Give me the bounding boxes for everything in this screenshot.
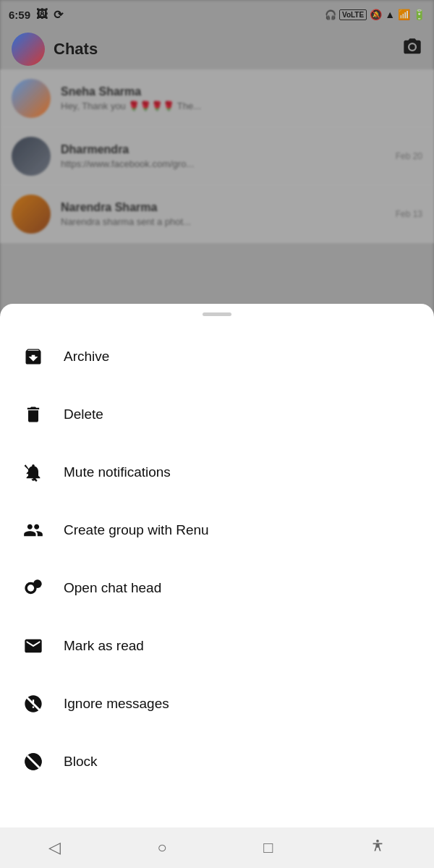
archive-icon xyxy=(20,344,46,370)
mark-read-icon xyxy=(20,633,46,659)
ignore-messages-label: Ignore messages xyxy=(64,696,169,712)
delete-label: Delete xyxy=(64,407,103,422)
menu-item-ignore-messages[interactable]: Ignore messages xyxy=(0,675,434,733)
open-chat-head-label: Open chat head xyxy=(64,580,161,596)
mark-as-read-label: Mark as read xyxy=(64,638,144,654)
menu-item-open-chat-head[interactable]: Open chat head xyxy=(0,559,434,617)
menu-item-delete[interactable]: Delete xyxy=(0,386,434,443)
archive-label: Archive xyxy=(64,349,109,365)
drag-handle[interactable] xyxy=(203,312,231,316)
menu-item-mute[interactable]: Mute notifications xyxy=(0,443,434,501)
mute-label: Mute notifications xyxy=(64,464,171,480)
bottom-sheet: Archive Delete Mute notifications xyxy=(0,304,434,868)
mute-notifications-icon xyxy=(20,459,46,485)
chat-head-icon xyxy=(20,575,46,601)
back-button[interactable]: ◁ xyxy=(31,833,78,863)
menu-list: Archive Delete Mute notifications xyxy=(0,322,434,868)
recents-button[interactable]: □ xyxy=(246,833,290,863)
menu-item-archive[interactable]: Archive xyxy=(0,328,434,386)
block-label: Block xyxy=(64,754,97,770)
block-icon xyxy=(20,749,46,775)
delete-icon xyxy=(20,401,46,427)
ignore-icon xyxy=(20,691,46,717)
home-button[interactable]: ○ xyxy=(140,833,184,863)
accessibility-button[interactable] xyxy=(352,833,403,864)
menu-item-mark-as-read[interactable]: Mark as read xyxy=(0,617,434,675)
svg-point-2 xyxy=(27,584,34,591)
menu-item-block[interactable]: Block xyxy=(0,733,434,791)
create-group-label: Create group with Renu xyxy=(64,522,209,538)
menu-item-create-group[interactable]: Create group with Renu xyxy=(0,501,434,559)
nav-bar: ◁ ○ □ xyxy=(0,827,434,868)
group-icon xyxy=(20,517,46,543)
